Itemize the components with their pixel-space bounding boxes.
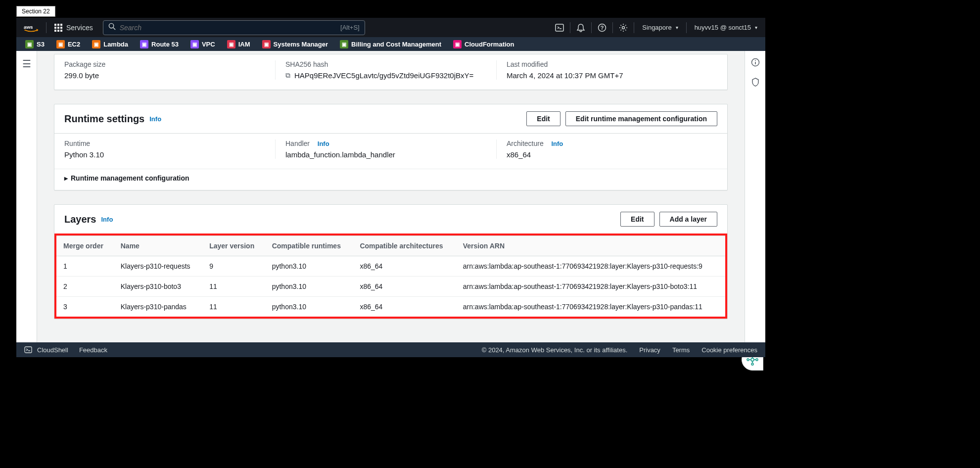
fav-label: Lambda bbox=[103, 41, 128, 48]
fav-label: IAM bbox=[238, 41, 250, 48]
table-cell: 11 bbox=[202, 277, 265, 297]
right-tools-rail bbox=[745, 51, 765, 342]
fav-item[interactable]: ▣Lambda bbox=[87, 40, 133, 48]
feedback-link[interactable]: Feedback bbox=[79, 346, 107, 354]
table-cell: arn:aws:lambda:ap-southeast-1:7706934219… bbox=[456, 297, 725, 317]
field-value: ⧉HAPq9EReJVEC5gLavtc/gyd5vZtd9eiUGF932t0… bbox=[285, 71, 486, 80]
region-selector[interactable]: Singapore bbox=[634, 24, 686, 31]
svg-rect-2 bbox=[57, 24, 59, 26]
field-label: Last modified bbox=[507, 60, 707, 68]
terms-link[interactable]: Terms bbox=[672, 346, 690, 354]
panel-title: Runtime settings bbox=[64, 113, 144, 125]
table-cell: 11 bbox=[202, 297, 265, 317]
svg-text:?: ? bbox=[601, 25, 604, 31]
table-header: Version ARN bbox=[456, 236, 725, 256]
info-col: Package size299.0 byte bbox=[64, 60, 275, 80]
field-label: Architecture Info bbox=[507, 140, 707, 147]
svg-point-15 bbox=[622, 26, 625, 29]
edit-runtime-mgmt-button[interactable]: Edit runtime management configuration bbox=[565, 111, 717, 126]
help-icon[interactable]: ? bbox=[592, 18, 612, 37]
svg-rect-4 bbox=[54, 27, 56, 29]
console-footer: CloudShell Feedback © 2024, Amazon Web S… bbox=[16, 342, 765, 357]
svg-rect-1 bbox=[54, 24, 56, 26]
field-label: Handler Info bbox=[285, 140, 486, 147]
runtime-settings-panel: Runtime settings Info Edit Edit runtime … bbox=[54, 104, 728, 190]
table-header: Compatible runtimes bbox=[265, 236, 353, 256]
table-header: Merge order bbox=[56, 236, 114, 256]
table-row[interactable]: 1Klayers-p310-requests9python3.10x86_64a… bbox=[56, 256, 725, 277]
cloudshell-button[interactable]: CloudShell bbox=[24, 346, 68, 354]
account-menu[interactable]: huyvv15 @ sonct15 bbox=[687, 24, 765, 31]
info-link[interactable]: Info bbox=[318, 140, 329, 147]
info-link[interactable]: Info bbox=[551, 140, 563, 147]
service-icon: ▣ bbox=[227, 40, 235, 48]
service-icon: ▣ bbox=[25, 40, 34, 48]
hamburger-icon[interactable]: ☰ bbox=[22, 58, 31, 342]
info-link[interactable]: Info bbox=[101, 216, 113, 223]
table-row[interactable]: 3Klayers-p310-pandas11python3.10x86_64ar… bbox=[56, 297, 725, 317]
table-cell: x86_64 bbox=[353, 256, 456, 277]
cloudshell-icon[interactable] bbox=[549, 18, 570, 37]
global-search[interactable]: [Alt+S] bbox=[103, 20, 365, 35]
fav-item[interactable]: ▣EC2 bbox=[51, 40, 85, 48]
privacy-link[interactable]: Privacy bbox=[639, 346, 660, 354]
search-shortcut: [Alt+S] bbox=[340, 24, 360, 31]
field-value: x86_64 bbox=[507, 150, 707, 159]
service-icon: ▣ bbox=[340, 40, 348, 48]
service-icon: ▣ bbox=[262, 40, 271, 48]
fav-item[interactable]: ▣VPC bbox=[186, 40, 220, 48]
runtime-mgmt-expand[interactable]: ▸ Runtime management configuration bbox=[54, 169, 727, 190]
layers-panel: Layers Info Edit Add a layer Merge order… bbox=[54, 204, 728, 319]
table-cell: 1 bbox=[56, 256, 114, 277]
table-cell: python3.10 bbox=[265, 297, 353, 317]
notifications-icon[interactable] bbox=[570, 18, 591, 37]
svg-line-11 bbox=[113, 28, 115, 30]
copy-icon[interactable]: ⧉ bbox=[285, 71, 290, 80]
svg-rect-8 bbox=[57, 30, 59, 32]
table-cell: arn:aws:lambda:ap-southeast-1:7706934219… bbox=[456, 256, 725, 277]
table-cell: 3 bbox=[56, 297, 114, 317]
table-cell: arn:aws:lambda:ap-southeast-1:7706934219… bbox=[456, 277, 725, 297]
svg-rect-17 bbox=[755, 62, 756, 64]
fav-item[interactable]: ▣S3 bbox=[20, 40, 49, 48]
fav-item[interactable]: ▣IAM bbox=[222, 40, 255, 48]
settings-icon[interactable] bbox=[613, 18, 634, 37]
fav-label: Billing and Cost Management bbox=[351, 41, 441, 48]
shield-icon[interactable] bbox=[751, 78, 760, 89]
service-icon: ▣ bbox=[56, 40, 65, 48]
svg-rect-9 bbox=[60, 30, 62, 32]
info-link[interactable]: Info bbox=[149, 115, 161, 123]
svg-rect-3 bbox=[60, 24, 62, 26]
fav-item[interactable]: ▣Systems Manager bbox=[257, 40, 333, 48]
search-input[interactable] bbox=[120, 24, 340, 32]
edit-runtime-button[interactable]: Edit bbox=[526, 111, 560, 126]
edit-layers-button[interactable]: Edit bbox=[620, 212, 654, 227]
table-header: Layer version bbox=[202, 236, 265, 256]
fav-item[interactable]: ▣CloudFormation bbox=[448, 40, 519, 48]
info-col: Handler Infolambda_function.lambda_handl… bbox=[275, 140, 496, 159]
fav-label: VPC bbox=[202, 41, 215, 48]
service-icon: ▣ bbox=[453, 40, 462, 48]
content-area: Package size299.0 byteSHA256 hash⧉HAPq9E… bbox=[37, 51, 745, 342]
cloudshell-label: CloudShell bbox=[37, 346, 68, 354]
svg-rect-18 bbox=[755, 60, 756, 61]
info-panel-icon[interactable] bbox=[751, 58, 760, 69]
services-menu-button[interactable]: Services bbox=[47, 24, 101, 32]
svg-point-23 bbox=[756, 359, 758, 361]
add-layer-button[interactable]: Add a layer bbox=[659, 212, 717, 227]
aws-logo[interactable]: aws bbox=[16, 23, 46, 32]
search-icon bbox=[108, 23, 116, 32]
table-cell: x86_64 bbox=[353, 297, 456, 317]
field-label: Package size bbox=[64, 60, 265, 68]
fav-item[interactable]: ▣Route 53 bbox=[135, 40, 184, 48]
cookie-prefs-link[interactable]: Cookie preferences bbox=[701, 346, 757, 354]
svg-rect-6 bbox=[60, 27, 62, 29]
info-col: Architecture Infox86_64 bbox=[496, 140, 717, 159]
services-label: Services bbox=[66, 24, 93, 32]
table-header: Compatible architectures bbox=[353, 236, 456, 256]
table-row[interactable]: 2Klayers-p310-boto311python3.10x86_64arn… bbox=[56, 277, 725, 297]
fav-item[interactable]: ▣Billing and Cost Management bbox=[335, 40, 446, 48]
field-value: lambda_function.lambda_handler bbox=[285, 150, 486, 159]
table-cell: Klayers-p310-requests bbox=[114, 256, 202, 277]
field-value: Python 3.10 bbox=[64, 150, 265, 159]
